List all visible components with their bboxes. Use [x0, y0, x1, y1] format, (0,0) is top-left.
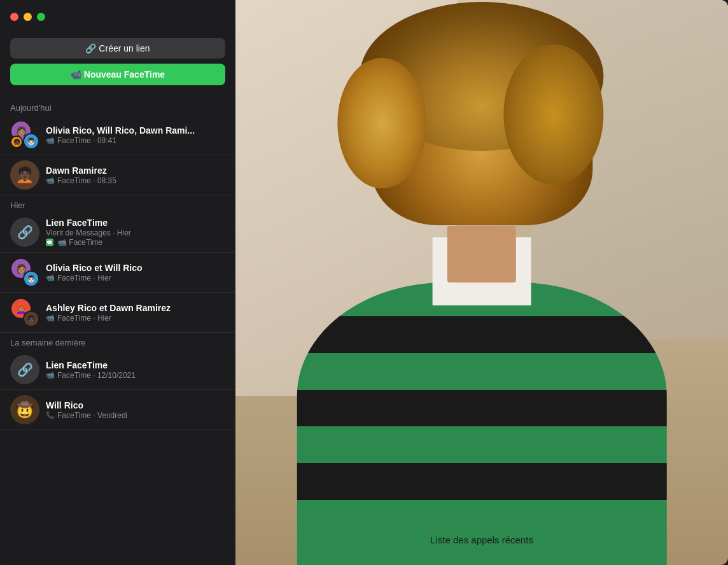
- call-item-olivia-will[interactable]: 👩🏽 👨🏻 Olivia Rico et Will Rico 📹 FaceTim…: [0, 253, 235, 293]
- caption: Liste des appels récents: [430, 534, 533, 546]
- app-window: 🔗 Créer un lien 📹 Nouveau FaceTime Aujou…: [0, 0, 728, 565]
- avatar-group-ashley-dawn: 👩🏽‍🦰 🧑🏿: [10, 298, 39, 327]
- call-detail-will: 📞 FaceTime · Vendredi: [46, 411, 225, 420]
- video-icon: 📹: [46, 136, 55, 144]
- call-detail-link-hier-text: Vient de Messages · Hier: [46, 228, 131, 237]
- call-detail-ashley-dawn: 📹 FaceTime · Hier: [46, 314, 225, 323]
- call-detail-ad-text: FaceTime · Hier: [57, 314, 111, 323]
- video-icon-ad: 📹: [46, 314, 55, 322]
- person-display: [235, 0, 728, 565]
- call-name-olivia-will: Olivia Rico et Will Rico: [46, 263, 225, 273]
- avatar-group-olivia-will: 👩🏽 👨🏻: [10, 258, 39, 287]
- avatar-will: 🤠: [10, 395, 39, 424]
- person-hair-right: [504, 45, 604, 185]
- call-name-ashley-dawn: Ashley Rico et Dawn Ramirez: [46, 303, 225, 313]
- call-item-link-hier[interactable]: 🔗 Lien FaceTime Vient de Messages · Hier…: [0, 213, 235, 253]
- call-detail-text: FaceTime · 09:41: [57, 136, 116, 145]
- avatar-dawn-sub: 🧑🏿: [23, 310, 39, 327]
- video-icon-lw: 📹: [46, 371, 55, 379]
- call-detail-dawn-text: FaceTime · 08:35: [57, 176, 116, 185]
- call-info-will: Will Rico 📞 FaceTime · Vendredi: [46, 400, 225, 420]
- call-detail-ow-text: FaceTime · Hier: [57, 274, 111, 282]
- sidebar: 🔗 Créer un lien 📹 Nouveau FaceTime Aujou…: [0, 0, 235, 565]
- messages-badge: 💬: [46, 239, 53, 246]
- titlebar: [0, 0, 235, 33]
- call-item-olivia-group[interactable]: 👩🏽 👨🏻 🧑🏿 Olivia Rico, Will Rico, Dawn Ra…: [0, 115, 235, 155]
- call-detail-link-week: 📹 FaceTime · 12/10/2021: [46, 371, 225, 380]
- video-icon-ow: 📹: [46, 274, 55, 282]
- call-info-olivia-will: Olivia Rico et Will Rico 📹 FaceTime · Hi…: [46, 263, 225, 282]
- call-info-link-week: Lien FaceTime 📹 FaceTime · 12/10/2021: [46, 360, 225, 380]
- close-button[interactable]: [10, 13, 18, 21]
- sidebar-buttons: 🔗 Créer un lien 📹 Nouveau FaceTime: [0, 33, 235, 93]
- call-info-dawn: Dawn Ramirez 📹 FaceTime · 08:35: [46, 165, 225, 185]
- phone-icon-will: 📞: [46, 411, 55, 419]
- person-head-container: [359, 45, 605, 356]
- section-label-hier: Hier: [0, 195, 235, 213]
- avatar-group-olivia: 👩🏽 👨🏻 🧑🏿: [10, 120, 39, 150]
- video-icon-dawn: 📹: [46, 176, 55, 185]
- section-label-today: Aujourd'hui: [0, 98, 235, 115]
- traffic-lights: [10, 13, 45, 21]
- call-detail-link-sub-text: 📹 FaceTime: [57, 238, 102, 247]
- avatar-dawn: 🧑🏿‍🦱: [10, 160, 39, 190]
- person-hair: [371, 39, 592, 225]
- call-item-dawn[interactable]: 🧑🏿‍🦱 Dawn Ramirez 📹 FaceTime · 08:35: [0, 155, 235, 195]
- call-name-olivia-group: Olivia Rico, Will Rico, Dawn Rami...: [46, 125, 225, 136]
- call-item-will[interactable]: 🤠 Will Rico 📞 FaceTime · Vendredi: [0, 390, 235, 430]
- avatar-will-olivia-sub: 👨🏻: [23, 270, 39, 287]
- call-detail-link-hier-2: 💬 📹 FaceTime: [46, 238, 225, 247]
- call-name-link-week: Lien FaceTime: [46, 360, 225, 370]
- call-item-ashley-dawn[interactable]: 👩🏽‍🦰 🧑🏿 Ashley Rico et Dawn Ramirez 📹 Fa…: [0, 293, 235, 333]
- new-facetime-button[interactable]: 📹 Nouveau FaceTime: [10, 64, 225, 85]
- call-detail-will-text: FaceTime · Vendredi: [57, 411, 127, 420]
- call-info-link-hier: Lien FaceTime Vient de Messages · Hier 💬…: [46, 218, 225, 247]
- call-name-link-hier: Lien FaceTime: [46, 218, 225, 228]
- avatar-dawn-sub2: 🧑🏿: [10, 136, 23, 148]
- call-detail-lw-text: FaceTime · 12/10/2021: [57, 371, 136, 380]
- minimize-button[interactable]: [24, 13, 32, 21]
- create-link-button[interactable]: 🔗 Créer un lien: [10, 38, 225, 59]
- camera-view: [235, 0, 728, 565]
- maximize-button[interactable]: [37, 13, 45, 21]
- avatar-link-hier: 🔗: [10, 218, 39, 247]
- caption-text: Liste des appels récents: [430, 534, 533, 545]
- call-detail-olivia-group: 📹 FaceTime · 09:41: [46, 136, 225, 145]
- call-info-ashley-dawn: Ashley Rico et Dawn Ramirez 📹 FaceTime ·…: [46, 303, 225, 323]
- call-detail-olivia-will: 📹 FaceTime · Hier: [46, 274, 225, 282]
- call-name-dawn: Dawn Ramirez: [46, 165, 225, 176]
- avatar-will-sub: 👨🏻: [23, 133, 39, 150]
- recents-list: Aujourd'hui 👩🏽 👨🏻 🧑🏿 Olivia Rico, Will R: [0, 93, 235, 565]
- avatar-link-week: 🔗: [10, 355, 39, 384]
- call-item-link-week[interactable]: 🔗 Lien FaceTime 📹 FaceTime · 12/10/2021: [0, 350, 235, 390]
- call-name-will: Will Rico: [46, 400, 225, 410]
- call-detail-dawn: 📹 FaceTime · 08:35: [46, 176, 225, 185]
- main-content: Liste des appels récents: [235, 0, 728, 565]
- call-detail-link-hier-1: Vient de Messages · Hier: [46, 228, 225, 237]
- call-info-olivia-group: Olivia Rico, Will Rico, Dawn Rami... 📹 F…: [46, 125, 225, 145]
- section-label-last-week: La semaine dernière: [0, 333, 235, 350]
